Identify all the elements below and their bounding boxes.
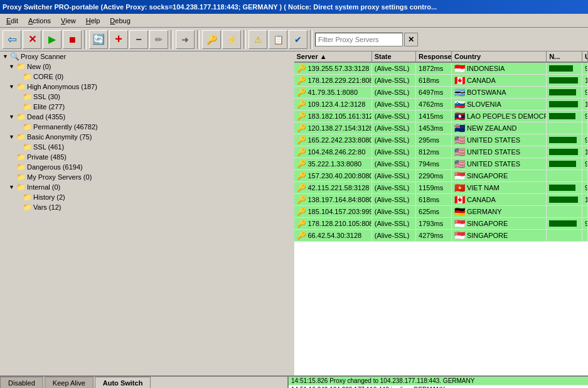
table-row[interactable]: 🔑 183.182.105.161:3129 (Alive-SSL) 1415m… (294, 110, 589, 122)
tree-item[interactable]: ▼📁New (0) (0, 62, 294, 72)
country-name: SINGAPORE (467, 172, 508, 180)
filter-input[interactable] (315, 33, 403, 46)
cell-uptime (582, 170, 588, 181)
col-n[interactable]: N... (547, 51, 582, 62)
table-row[interactable]: 🔑 42.115.221.58:3128 (Alive-SSL) 1159ms … (294, 182, 589, 194)
tab-autoswitch[interactable]: Auto Switch (95, 377, 151, 388)
cell-uptime: 98% (582, 87, 588, 98)
tree-item[interactable]: 📁Permanently (46782) (0, 122, 294, 132)
tree-item[interactable]: 📁My Proxy Servers (0) (0, 172, 294, 182)
cell-n (547, 87, 582, 98)
cell-state: (Alive-SSL) (372, 230, 416, 241)
btn-list[interactable]: 📋 (269, 30, 287, 49)
tree-item[interactable]: 📁Dangerous (6194) (0, 162, 294, 172)
country-flag: 🇺🇸 (454, 159, 465, 169)
col-uptime[interactable]: Uptime (582, 51, 588, 62)
btn-export[interactable]: ➜ (176, 30, 195, 49)
server-icon: 🔑 (297, 124, 306, 132)
cell-country: 🇺🇸 UNITED STATES (452, 146, 547, 158)
server-icon: 🔑 (297, 88, 306, 97)
table-row[interactable]: 🔑 157.230.40.200:8080 (Alive-SSL) 2290ms… (294, 170, 589, 182)
table-row[interactable]: 🔑 66.42.54.30:3128 (Alive-SSL) 4279ms 🇸🇬… (294, 230, 589, 242)
tree-item[interactable]: 📁History (2) (0, 192, 294, 202)
tree-label: High Anonymous (187) (27, 83, 97, 90)
table-row[interactable]: 🔑 138.197.164.84:8080 (Alive-SSL) 618ms … (294, 194, 589, 206)
server-icon: 🔑 (297, 219, 306, 228)
btn-remove[interactable]: − (129, 30, 148, 49)
country-flag: 🇮🇩 (454, 63, 465, 73)
table-row[interactable]: 🔑 178.128.210.105:8080 (Alive-SSL) 1793m… (294, 218, 589, 230)
table-row[interactable]: 🔑 185.104.157.203:9991 (Alive-SSL) 625ms… (294, 206, 589, 218)
tree-label: Internal (0) (27, 183, 60, 191)
tree-item[interactable]: 📁CORE (0) (0, 72, 294, 82)
country-name: VIET NAM (467, 184, 500, 191)
table-row[interactable]: 🔑 178.128.229.221:8080 (Alive-SSL) 618ms… (294, 75, 589, 87)
country-flag: 🇩🇪 (454, 207, 465, 217)
btn-add[interactable]: + (109, 30, 128, 49)
cell-uptime (582, 230, 588, 241)
tree-item[interactable]: ▼🔍Proxy Scanner (0, 51, 294, 62)
cell-response: 1415ms (416, 110, 452, 122)
btn-refresh[interactable]: 🔄 (89, 30, 108, 49)
server-value: 178.128.229.221:8080 (308, 77, 372, 84)
btn-flag[interactable]: ⚡ (222, 30, 241, 49)
tree-expander: ▼ (9, 184, 15, 190)
menu-bar: Edit Actions View Help Debug (0, 14, 588, 28)
btn-edit[interactable]: ✏ (149, 30, 168, 49)
table-row[interactable]: 🔑 104.248.246.22:80 (Alive-SSL) 812ms 🇺🇸… (294, 146, 589, 158)
menu-help[interactable]: Help (81, 16, 105, 26)
bottom-left-panel: Disabled Keep Alive Auto Switch Auto Swi… (0, 377, 289, 388)
tree-item[interactable]: ▼📁Dead (4355) (0, 112, 294, 122)
table-row[interactable]: 🔑 165.22.242.233:8080 (Alive-SSL) 295ms … (294, 134, 589, 146)
menu-debug[interactable]: Debug (105, 16, 135, 26)
tree-item[interactable]: 📁SSL (461) (0, 142, 294, 152)
btn-arrow[interactable]: ⇦ (3, 30, 21, 49)
country-name: NEW ZEALAND (467, 124, 516, 132)
server-value: 35.222.1.33:8080 (308, 160, 362, 168)
server-icon: 🔑 (297, 195, 306, 204)
tree-item[interactable]: 📁Vars (12) (0, 202, 294, 212)
table-row[interactable]: 🔑 35.222.1.33:8080 (Alive-SSL) 794ms 🇺🇸 … (294, 158, 589, 170)
tree-label: Dead (4355) (27, 113, 65, 121)
cell-server: 🔑 35.222.1.33:8080 (294, 158, 372, 170)
btn-warn[interactable]: ⚠ (249, 30, 267, 49)
cell-country: 🇺🇸 UNITED STATES (452, 158, 547, 170)
table-row[interactable]: 🔑 120.138.27.154:3128 (Alive-SSL) 1453ms… (294, 122, 589, 134)
cell-server: 🔑 109.123.4.12:3128 (294, 99, 372, 110)
tab-disabled[interactable]: Disabled (0, 377, 43, 388)
tree-item[interactable]: ▼📁Basic Anonymity (75) (0, 132, 294, 142)
col-state[interactable]: State (372, 51, 416, 62)
btn-close[interactable]: ✕ (23, 30, 41, 49)
table-row[interactable]: 🔑 109.123.4.12:3128 (Alive-SSL) 4762ms 🇸… (294, 99, 589, 110)
table-row[interactable]: 🔑 41.79.35.1:8080 (Alive-SSL) 6497ms 🇧🇼 … (294, 87, 589, 99)
tab-keepalive[interactable]: Keep Alive (45, 377, 94, 388)
col-response[interactable]: Response (416, 51, 452, 62)
btn-key[interactable]: 🔑 (202, 30, 221, 49)
menu-edit[interactable]: Edit (1, 16, 23, 26)
btn-play[interactable]: ▶ (43, 30, 61, 49)
btn-check[interactable]: ✔ (289, 30, 307, 49)
cell-n (547, 134, 582, 146)
tree-item[interactable]: ▼📁High Anonymous (187) (0, 82, 294, 92)
col-country[interactable]: Country (452, 51, 547, 62)
col-server[interactable]: Server ▲ (294, 51, 372, 62)
tree-item[interactable]: 📁Private (485) (0, 152, 294, 162)
menu-actions[interactable]: Actions (23, 16, 56, 26)
table-row[interactable]: 🔑 139.255.57.33:3128 (Alive-SSL) 1872ms … (294, 63, 589, 75)
cell-n (547, 63, 582, 74)
tree-item[interactable]: 📁Elite (277) (0, 102, 294, 112)
tabs: Disabled Keep Alive Auto Switch (0, 377, 287, 388)
tree-label: Vars (12) (33, 203, 61, 211)
menu-view[interactable]: View (56, 16, 81, 26)
sep4 (243, 30, 246, 49)
tree-item[interactable]: ▼📁Internal (0) (0, 182, 294, 192)
server-value: 42.115.221.58:3128 (308, 184, 370, 191)
filter-clear-button[interactable]: ✕ (404, 33, 418, 46)
cell-response: 4762ms (416, 99, 452, 110)
country-name: INDONESIA (467, 65, 505, 72)
cell-uptime: 98% (582, 63, 588, 74)
log-panel: 14:51:15.826 Proxy changed to 104.238.17… (289, 377, 588, 388)
tree-item[interactable]: 📁SSL (30) (0, 92, 294, 102)
cell-state: (Alive-SSL) (372, 87, 416, 98)
btn-stop[interactable]: ⏹ (63, 30, 82, 49)
